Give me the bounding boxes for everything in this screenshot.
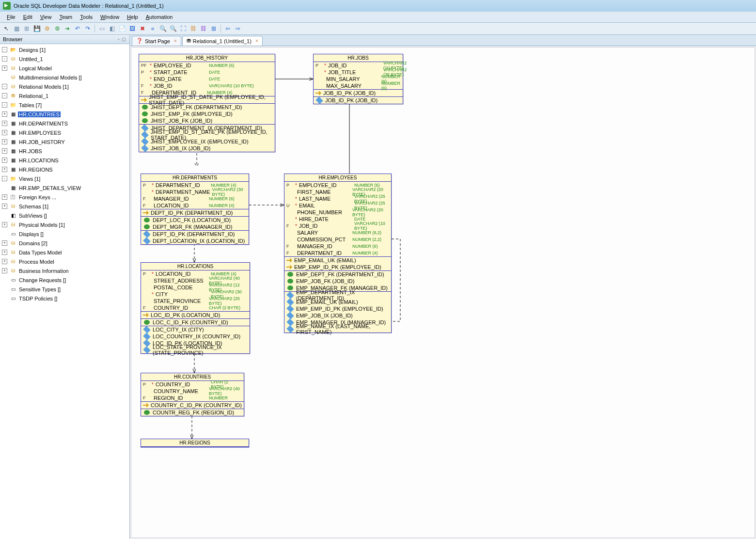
constraint-row[interactable]: JOB_ID_PK (JOB_ID) — [314, 90, 403, 96]
toolbar-rect-icon[interactable]: ▭ — [97, 24, 106, 33]
menu-window[interactable]: Window — [96, 13, 123, 21]
tree-node[interactable]: +▦HR.DEPARTMENTS — [0, 119, 129, 127]
tree-node-label[interactable]: HR.REGIONS — [18, 167, 54, 173]
toolbar-zoom-out-icon[interactable]: 🔍 — [169, 24, 177, 33]
tree-expand-icon[interactable]: + — [2, 250, 7, 255]
tree-expand-icon[interactable]: + — [2, 259, 7, 264]
constraint-row[interactable]: LOC_COUNTRY_IX (COUNTRY_ID) — [141, 333, 250, 340]
tree-node-label[interactable]: Designs [1] — [18, 47, 47, 53]
column-row[interactable]: MAX_SALARYNUMBER (6) — [314, 82, 403, 89]
constraint-row[interactable]: DEPT_LOC_FK (LOCATION_ID) — [141, 217, 249, 223]
tree-node[interactable]: ▦HR.EMP_DETAILS_VIEW — [0, 184, 129, 192]
menu-help[interactable]: Help — [123, 13, 142, 21]
menu-automation[interactable]: Automation — [142, 13, 177, 21]
tree-expand-icon[interactable]: + — [2, 268, 7, 273]
column-row[interactable]: P*START_DATEDATE — [139, 69, 275, 76]
constraint-row[interactable]: EMP_NAME_IX (LAST_NAME, FIRST_NAME) — [284, 326, 391, 333]
tree-expand-icon[interactable]: + — [2, 65, 7, 71]
tree-expand-icon[interactable]: + — [2, 158, 7, 163]
tree-expand-icon[interactable]: + — [2, 204, 7, 209]
tree-node[interactable]: +⛁Physical Models [1] — [0, 221, 129, 229]
toolbar-gear2-icon[interactable]: ⚙ — [53, 24, 62, 33]
tree-node-label[interactable]: Physical Models [1] — [18, 222, 66, 228]
tree-node-label[interactable]: Untitled_1 — [18, 56, 44, 62]
tree-node-label[interactable]: Business Information — [18, 268, 70, 274]
tree-node-label[interactable]: Sensitive Types [] — [18, 286, 62, 292]
tree-node-label[interactable]: SubViews [] — [18, 213, 48, 219]
tree-node-label[interactable]: Foreign Keys ... — [18, 194, 57, 200]
tree-expand-icon[interactable]: + — [2, 194, 7, 200]
tree-expand-icon[interactable]: + — [2, 111, 7, 117]
entity-departments[interactable]: HR.DEPARTMENTSP*DEPARTMENT_IDNUMBER (4)*… — [141, 174, 249, 245]
tree-node[interactable]: +▦HR.JOB_HISTORY — [0, 138, 129, 146]
entity-job_history[interactable]: HR.JOB_HISTORYPF*EMPLOYEE_IDNUMBER (6)P*… — [139, 54, 275, 152]
tree-node-label[interactable]: HR.COUNTRIES — [18, 111, 61, 117]
tree-node[interactable]: ⛁Multidimensional Models [] — [0, 73, 129, 81]
tree-expand-icon[interactable]: - — [2, 56, 7, 62]
tree-node[interactable]: +⛁Schemas [1] — [0, 202, 129, 210]
entity-countries[interactable]: HR.COUNTRIESP*COUNTRY_IDCHAR (2 BYTE)COU… — [141, 373, 244, 416]
constraint-row[interactable]: DEPT_MGR_FK (MANAGER_ID) — [141, 223, 249, 230]
toolbar-nav-back-icon[interactable]: ⇦ — [223, 24, 232, 33]
tree-node[interactable]: -⛁Untitled_1 — [0, 55, 129, 63]
tree-node-label[interactable]: HR.EMPLOYEES — [18, 130, 62, 136]
constraint-row[interactable]: LOC_ID_PK (LOCATION_ID) — [141, 312, 250, 318]
constraint-row[interactable]: JHIST_EMP_FK (EMPLOYEE_ID) — [139, 111, 275, 117]
tree-node[interactable]: +⛁Domains [2] — [0, 239, 129, 247]
tree-node[interactable]: -⛁Relational Models [1] — [0, 82, 129, 91]
tree-expand-icon[interactable]: - — [2, 47, 7, 52]
toolbar-link1-icon[interactable]: ⛓ — [189, 24, 198, 33]
diagram-canvas[interactable]: HR.JOB_HISTORYPF*EMPLOYEE_IDNUMBER (6)P*… — [131, 48, 752, 538]
toolbar-pointer-icon[interactable]: ↖ — [2, 24, 11, 33]
tab-close-icon[interactable]: × — [174, 38, 177, 44]
constraint-row[interactable]: EMP_EMAIL_UK (EMAIL) — [284, 257, 391, 264]
tree-node[interactable]: +▦HR.COUNTRIES — [0, 110, 129, 118]
tree-node[interactable]: +⛁Logical Model — [0, 64, 129, 72]
tree-node-label[interactable]: Data Types Model — [18, 250, 63, 255]
entity-jobs[interactable]: HR.JOBSP*JOB_IDVARCHAR2 (10 BYTE)*JOB_TI… — [313, 54, 403, 104]
tree-expand-icon[interactable]: - — [2, 102, 7, 108]
tree-expand-icon[interactable]: + — [2, 148, 7, 154]
entity-regions[interactable]: HR.REGIONS — [141, 439, 249, 447]
constraint-row[interactable]: JHIST_JOB_IX (JOB_ID) — [139, 145, 275, 152]
column-row[interactable]: FMANAGER_IDNUMBER (6) — [141, 195, 249, 202]
column-row[interactable]: COUNTRY_NAMEVARCHAR2 (40 BYTE) — [141, 388, 244, 395]
toolbar-del-icon[interactable]: ✖ — [138, 24, 147, 33]
tree-node[interactable]: +▦HR.JOBS — [0, 147, 129, 155]
constraint-row[interactable]: EMP_DEPT_FK (DEPARTMENT_ID) — [284, 271, 391, 278]
column-row[interactable]: PF*EMPLOYEE_IDNUMBER (6) — [139, 62, 275, 69]
tree-expand-icon[interactable]: + — [2, 130, 7, 135]
constraint-row[interactable]: EMP_DEPARTMENT_IX (DEPARTMENT_ID) — [284, 292, 391, 299]
tree-node[interactable]: -📂Designs [1] — [0, 46, 129, 54]
column-row[interactable]: FLOCATION_IDNUMBER (4) — [141, 202, 249, 209]
tree-node[interactable]: ▭TSDP Policies [] — [0, 294, 129, 302]
constraint-row[interactable]: LOC_C_ID_FK (COUNTRY_ID) — [141, 319, 250, 326]
tree-node-label[interactable]: Domains [2] — [18, 240, 48, 246]
menu-view[interactable]: View — [36, 13, 56, 21]
column-row[interactable]: SALARYNUMBER (8,2) — [284, 229, 391, 236]
constraint-row[interactable]: COUNTR_REG_FK (REGION_ID) — [141, 409, 244, 416]
tree-node[interactable]: -📁Tables [7] — [0, 101, 129, 109]
tree-node-label[interactable]: Change Requests [] — [18, 277, 67, 283]
column-row[interactable]: F*JOB_IDVARCHAR2 (10 BYTE) — [139, 82, 275, 89]
tree-expand-icon[interactable]: - — [2, 84, 7, 89]
tree-node-label[interactable]: Logical Model — [18, 65, 53, 71]
tree-node-label[interactable]: HR.LOCATIONS — [18, 158, 60, 163]
toolbar-undo-icon[interactable]: ↶ — [73, 24, 82, 33]
tree-node-label[interactable]: HR.JOB_HISTORY — [18, 139, 66, 145]
toolbar-new-icon[interactable]: 📄 — [118, 24, 126, 33]
toolbar-fit-icon[interactable]: ⛶ — [179, 24, 188, 33]
toolbar-zoom-in-icon[interactable]: 🔍 — [158, 24, 167, 33]
constraint-row[interactable]: DEPT_LOCATION_IX (LOCATION_ID) — [141, 238, 249, 244]
toolbar-img-icon[interactable]: 🖼 — [128, 24, 137, 33]
tree-node[interactable]: ▭Sensitive Types [] — [0, 285, 129, 293]
entity-locations[interactable]: HR.LOCATIONSP*LOCATION_IDNUMBER (4)STREE… — [141, 262, 250, 354]
tree-node[interactable]: ▭Change Requests [] — [0, 276, 129, 284]
menu-edit[interactable]: Edit — [19, 13, 36, 21]
column-row[interactable]: FDEPARTMENT_IDNUMBER (4) — [284, 250, 391, 256]
toolbar-link2-icon[interactable]: ⛓ — [199, 24, 208, 33]
tree-node-label[interactable]: Views [1] — [18, 176, 41, 182]
tree-node[interactable]: -📁Views [1] — [0, 174, 129, 183]
menu-file[interactable]: File — [3, 13, 19, 21]
tree-expand-icon[interactable]: - — [2, 176, 7, 181]
